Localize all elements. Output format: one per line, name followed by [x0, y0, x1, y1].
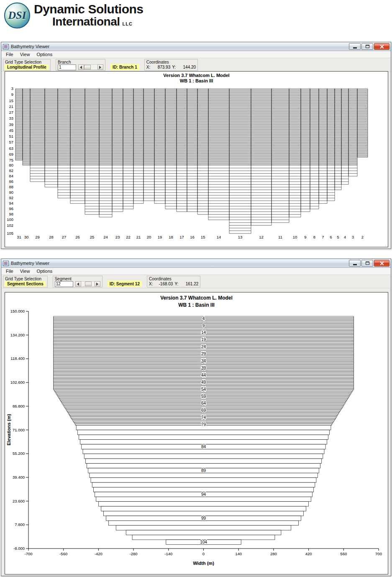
x-label: X: [149, 282, 153, 286]
svg-text:89: 89 [201, 468, 206, 473]
menu-file[interactable]: File [3, 51, 17, 58]
svg-text:33: 33 [9, 116, 13, 121]
logo-llc: LLC [123, 22, 133, 26]
plot-subtitle: WB 1 : Basin III [5, 302, 388, 308]
svg-text:102: 102 [7, 223, 13, 228]
titlebar[interactable]: Bathymetry Viewer [1, 259, 391, 268]
plot-title: Version 3.7 Whatcom L. Model [5, 73, 388, 78]
grid-type-selection-group: Grid Type Selection Longitudinal Profile [3, 59, 51, 71]
svg-text:-700: -700 [24, 551, 32, 556]
svg-text:59: 59 [201, 394, 206, 399]
branch-input[interactable] [58, 64, 76, 70]
close-button[interactable] [374, 43, 389, 50]
svg-text:54: 54 [201, 387, 206, 392]
plot-area-segment-section[interactable]: Version 3.7 Whatcom L. Model WB 1 : Basi… [5, 292, 388, 574]
svg-text:134.200: 134.200 [10, 333, 25, 337]
app-icon [3, 44, 9, 49]
plot-area-longitudinal-profile[interactable]: Version 3.7 Whatcom L. Model WB 1 : Basi… [5, 71, 388, 247]
menubar: File View Options [1, 268, 391, 275]
id-readout: ID: Branch 1 [110, 64, 139, 70]
close-button[interactable] [374, 260, 389, 267]
scrollbar-thumb[interactable] [85, 282, 92, 286]
svg-text:96: 96 [9, 206, 13, 211]
menu-view[interactable]: View [17, 51, 33, 58]
logo-monogram: DSI [8, 9, 26, 22]
svg-text:74: 74 [201, 415, 206, 420]
svg-text:100: 100 [7, 217, 13, 222]
bathymetry-viewer-window-1: Bathymetry Viewer File View Options Grid… [1, 42, 391, 249]
scroll-left-button[interactable] [78, 64, 84, 70]
segment-scrollbar[interactable] [75, 281, 100, 287]
branch-scrollbar[interactable] [78, 64, 103, 70]
svg-text:10: 10 [293, 235, 297, 239]
logo-line2-text: International [52, 16, 120, 28]
svg-text:94: 94 [9, 201, 13, 205]
svg-text:9: 9 [304, 235, 306, 239]
minimize-button[interactable] [349, 43, 361, 50]
svg-text:104: 104 [200, 540, 207, 544]
toolbar: Grid Type Selection Segment Sections Seg… [1, 275, 391, 288]
svg-text:29: 29 [201, 351, 206, 356]
scroll-left-button[interactable] [75, 281, 81, 287]
scroll-right-icon [96, 282, 98, 286]
close-icon [379, 261, 384, 266]
segment-section-chart[interactable]: 150.000134.200118.400102.60086.80071.000… [5, 292, 388, 574]
titlebar[interactable]: Bathymetry Viewer [1, 42, 391, 51]
scroll-left-icon [77, 282, 79, 286]
svg-text:150.000: 150.000 [10, 309, 25, 313]
svg-text:49: 49 [201, 380, 206, 385]
svg-text:5: 5 [337, 235, 339, 239]
scroll-right-button[interactable] [97, 64, 103, 70]
svg-text:Elevations (m): Elevations (m) [6, 414, 11, 446]
svg-text:-420: -420 [95, 551, 102, 556]
scrollbar-thumb[interactable] [84, 65, 91, 69]
menu-options[interactable]: Options [33, 268, 56, 274]
scroll-right-button[interactable] [95, 281, 100, 287]
svg-text:23.600: 23.600 [13, 499, 25, 503]
svg-text:34: 34 [201, 359, 206, 363]
plot-title: Version 3.7 Whatcom L. Model [5, 295, 388, 301]
branch-label: Branch [58, 60, 103, 64]
svg-text:700: 700 [375, 551, 382, 556]
maximize-button[interactable] [361, 260, 373, 267]
menu-view[interactable]: View [17, 268, 33, 274]
svg-text:79: 79 [201, 422, 206, 427]
x-label: X: [146, 65, 150, 69]
svg-text:19: 19 [201, 337, 206, 342]
maximize-icon [366, 262, 369, 265]
coordinates-label: Coordinates [149, 277, 198, 281]
svg-text:94: 94 [201, 492, 206, 497]
svg-text:20: 20 [147, 235, 151, 239]
close-icon [379, 44, 384, 49]
menu-file[interactable]: File [3, 268, 17, 274]
plot-subtitle: WB 1 : Basin III [5, 78, 388, 83]
svg-text:21: 21 [136, 235, 141, 239]
svg-text:14: 14 [201, 330, 206, 335]
minimize-button[interactable] [349, 260, 361, 267]
branch-group: Branch [56, 59, 105, 71]
svg-text:44: 44 [201, 373, 206, 377]
svg-text:9: 9 [11, 92, 13, 97]
svg-text:29: 29 [35, 235, 40, 239]
svg-text:7: 7 [322, 235, 324, 239]
longitudinal-profile-chart[interactable]: 3915212733394551576369758082848688909294… [5, 72, 388, 247]
svg-text:4: 4 [202, 316, 205, 321]
coordinates-group: Coordinates X: -168.03 Y: 161.22 [147, 276, 200, 287]
svg-text:57: 57 [9, 140, 13, 144]
svg-text:13: 13 [238, 235, 243, 239]
svg-text:280: 280 [270, 551, 277, 556]
segment-input[interactable] [55, 281, 73, 287]
svg-text:39: 39 [9, 122, 13, 127]
svg-text:27: 27 [9, 110, 13, 115]
scrollbar-track[interactable] [84, 64, 97, 70]
menubar: File View Options [1, 51, 391, 58]
svg-text:0: 0 [202, 551, 205, 556]
svg-text:15: 15 [201, 235, 205, 239]
y-label: Y: [172, 65, 176, 69]
menu-options[interactable]: Options [33, 51, 56, 58]
maximize-button[interactable] [361, 43, 373, 50]
svg-text:4: 4 [344, 235, 346, 239]
scrollbar-track[interactable] [81, 281, 95, 287]
y-label: Y: [174, 282, 178, 286]
svg-text:Width (m): Width (m) [193, 561, 214, 566]
